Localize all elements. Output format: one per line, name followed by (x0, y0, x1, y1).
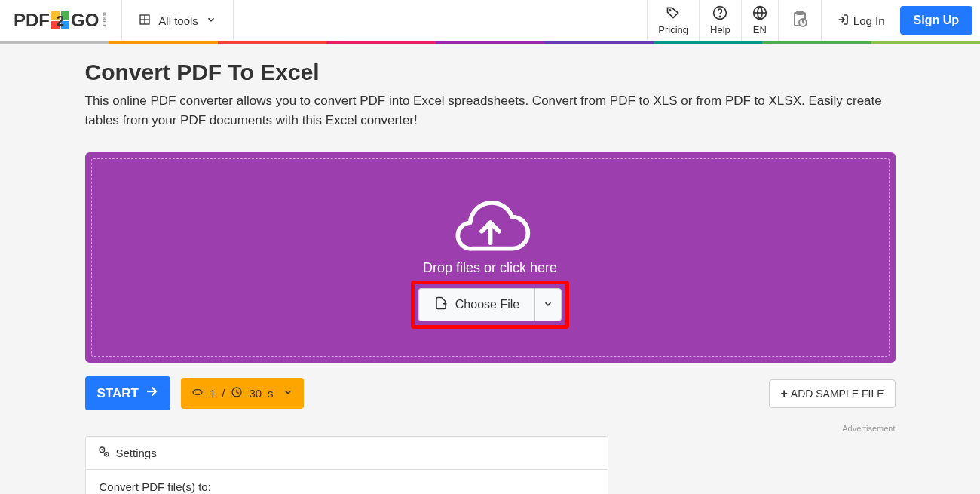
all-tools-menu[interactable]: All tools (121, 0, 234, 41)
globe-icon (752, 5, 767, 24)
history-button[interactable] (778, 0, 822, 41)
file-plus-icon (434, 296, 448, 313)
credits-indicator[interactable]: 1 / 30 s (181, 378, 304, 409)
duration-unit: s (268, 387, 274, 400)
settings-panel: Settings Convert PDF file(s) to: (85, 436, 608, 494)
settings-title: Settings (116, 446, 157, 459)
logo-pdf: PDF (14, 10, 50, 31)
svg-point-10 (720, 16, 721, 17)
settings-body: Convert PDF file(s) to: (86, 470, 608, 494)
all-tools-label: All tools (158, 14, 198, 27)
action-row: START 1 / 30 s + ADD SAMPLE FILE (85, 376, 896, 410)
choose-file-button[interactable]: Choose File (418, 288, 534, 321)
language-selector[interactable]: EN (741, 0, 778, 41)
login-button[interactable]: Log In (829, 14, 893, 28)
drop-zone-inner: Drop files or click here Choose File (91, 158, 890, 357)
clock-icon (231, 386, 243, 400)
svg-point-20 (193, 390, 202, 395)
logo[interactable]: PDF 2 GO .com (0, 0, 121, 41)
start-label: START (97, 386, 139, 401)
login-icon (837, 14, 849, 28)
clipboard-clock-icon (791, 10, 809, 31)
signup-button[interactable]: Sign Up (900, 6, 972, 35)
grid-icon (139, 14, 151, 28)
svg-point-25 (106, 454, 107, 456)
arrow-right-icon (145, 385, 158, 402)
pricing-link[interactable]: Pricing (647, 0, 699, 41)
auth-area: Log In Sign Up (822, 0, 980, 41)
credits-sep: / (222, 387, 225, 400)
add-sample-file-button[interactable]: + ADD SAMPLE FILE (769, 379, 895, 408)
advertisement-label: Advertisement (85, 424, 896, 433)
tag-icon (666, 5, 681, 24)
top-header: PDF 2 GO .com All tools Pricing (0, 0, 980, 41)
drop-text: Drop files or click here (92, 260, 889, 276)
svg-text:2: 2 (57, 14, 64, 29)
chevron-down-icon (283, 387, 293, 400)
login-label: Log In (853, 14, 885, 27)
add-sample-label: ADD SAMPLE FILE (791, 388, 884, 400)
page-description: This online PDF converter allows you to … (85, 91, 896, 130)
coin-icon (191, 386, 204, 400)
logo-go: GO (71, 10, 99, 31)
rainbow-divider (0, 41, 980, 44)
drop-zone[interactable]: Drop files or click here Choose File (85, 152, 896, 363)
convert-to-label: Convert PDF file(s) to: (100, 480, 211, 493)
chevron-down-icon (206, 14, 216, 27)
gears-icon (98, 446, 110, 460)
cloud-upload-icon (92, 197, 889, 260)
svg-point-23 (101, 449, 103, 450)
settings-header: Settings (86, 437, 608, 470)
page-title: Convert PDF To Excel (85, 60, 896, 85)
choose-file-label: Choose File (455, 298, 519, 311)
language-label: EN (753, 24, 767, 35)
start-button[interactable]: START (85, 376, 170, 410)
help-label: Help (710, 24, 730, 35)
choose-file-group: Choose File (418, 288, 562, 321)
credits-value: 1 (210, 387, 216, 400)
plus-icon: + (780, 387, 787, 400)
chevron-down-icon (543, 299, 553, 311)
main-container: Convert PDF To Excel This online PDF con… (85, 44, 896, 494)
logo-brick-icon: 2 (51, 11, 69, 29)
svg-point-8 (669, 10, 671, 11)
help-icon (712, 5, 727, 24)
logo-com: .com (100, 12, 108, 28)
help-link[interactable]: Help (699, 0, 741, 41)
duration-value: 30 (249, 387, 262, 400)
pricing-label: Pricing (658, 24, 688, 35)
choose-file-dropdown[interactable] (534, 288, 562, 321)
